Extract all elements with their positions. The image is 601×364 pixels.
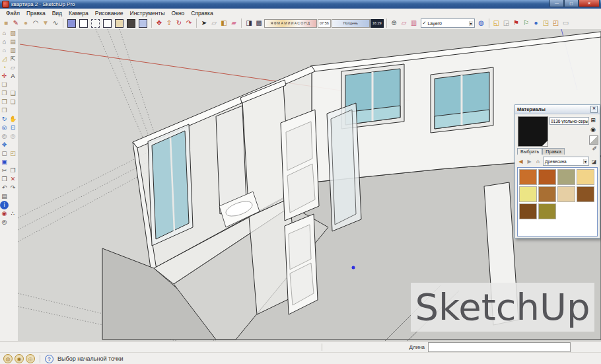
- share-model-button-icon[interactable]: ◲: [502, 18, 511, 28]
- textured-mode-icon[interactable]: [127, 19, 135, 28]
- arc-tool-icon[interactable]: ◠: [31, 18, 40, 28]
- material-swatch-3[interactable]: [577, 169, 594, 185]
- section-plane-icon[interactable]: ▱: [9, 63, 17, 72]
- open-file-icon[interactable]: ◰: [9, 149, 17, 158]
- group-swap-icon[interactable]: ❏: [9, 98, 17, 106]
- zoom-extents-icon[interactable]: ✥: [0, 141, 9, 149]
- dimension-tool-icon[interactable]: ⇱: [9, 55, 17, 63]
- materials-panel-titlebar[interactable]: Материалы ✕: [515, 105, 600, 114]
- menu-item-Правка[interactable]: Правка: [23, 10, 49, 17]
- select-tool-icon[interactable]: ➤: [199, 18, 209, 28]
- eyedropper-icon[interactable]: ✐: [592, 145, 597, 152]
- add-location-button-icon[interactable]: ⚐: [522, 18, 531, 28]
- dashed-wireframe-mode-icon[interactable]: [91, 19, 100, 28]
- material-swatch-6[interactable]: [557, 186, 575, 202]
- close-button[interactable]: ✕: [579, 0, 600, 7]
- length-input[interactable]: [428, 342, 571, 352]
- axes-tool-icon[interactable]: ✛: [0, 72, 9, 81]
- menu-item-Окно[interactable]: Окно: [168, 10, 188, 17]
- detail-arrow-icon[interactable]: ◪: [590, 158, 598, 165]
- move-tool-icon[interactable]: ✥: [155, 18, 164, 28]
- place-model-button-icon[interactable]: ▭: [561, 18, 571, 28]
- hidden-line-mode-icon[interactable]: [103, 19, 112, 28]
- orbit-tool-icon[interactable]: ↻: [0, 115, 9, 124]
- monochrome-mode-icon[interactable]: [139, 19, 147, 28]
- zoom-previous-icon[interactable]: ◎: [0, 132, 9, 141]
- create-material-button[interactable]: ⊞: [589, 116, 597, 124]
- layer-dropdown[interactable]: ✓Layer0▾: [421, 18, 475, 28]
- material-category-dropdown[interactable]: Древесина ▾: [543, 157, 589, 166]
- zoom-tool-icon[interactable]: ◎: [0, 124, 9, 132]
- menu-item-Инструменты[interactable]: Инструменты: [127, 10, 168, 17]
- zoom-next-icon[interactable]: ◎: [9, 132, 17, 141]
- copy-icon[interactable]: ❐: [9, 166, 17, 175]
- shadow-date-slider[interactable]: ЯФМАМИИАСОНД: [264, 19, 317, 28]
- shadow-time-slider[interactable]: Полдень: [332, 19, 370, 28]
- pan-tool-icon[interactable]: ✋: [9, 115, 17, 124]
- material-swatch-9[interactable]: [538, 203, 556, 219]
- look-around-icon[interactable]: ◎: [0, 218, 9, 227]
- axes-tool-icon[interactable]: ⊕: [390, 18, 399, 28]
- box-open-icon[interactable]: ▥: [9, 46, 17, 55]
- position-camera-icon[interactable]: ◉: [0, 209, 9, 218]
- credit-status-icon[interactable]: ◉: [15, 354, 24, 363]
- layer-manager-button-icon[interactable]: ◍: [477, 18, 486, 28]
- freehand-tool-icon[interactable]: ∿: [51, 18, 60, 28]
- photo-textures-button-icon[interactable]: ⚑: [512, 18, 521, 28]
- new-file-icon[interactable]: ▢: [0, 149, 9, 158]
- tab-edit[interactable]: Правка: [542, 148, 565, 155]
- material-swatch-4[interactable]: [519, 186, 537, 202]
- circle-tool-icon[interactable]: ●: [21, 18, 30, 28]
- make-component-tool-icon[interactable]: ▱: [209, 18, 219, 28]
- shadow-dialog-button-icon[interactable]: ◨: [244, 18, 254, 28]
- section-plane-tool-icon[interactable]: ▱: [400, 18, 409, 28]
- wireframe-mode-icon[interactable]: [79, 19, 88, 28]
- paste-icon[interactable]: ❒: [0, 175, 9, 184]
- box-stack-icon[interactable]: ▤: [9, 38, 17, 46]
- redo-icon[interactable]: ↷: [9, 184, 17, 192]
- google-earth-button-icon[interactable]: ●: [532, 18, 541, 28]
- walk-tool-icon[interactable]: ∴: [9, 209, 17, 218]
- paint-bucket-tool-icon[interactable]: ◧: [219, 18, 229, 28]
- materials-close-icon[interactable]: ✕: [590, 106, 598, 113]
- shaded-mode-icon[interactable]: [115, 19, 124, 28]
- save-file-icon[interactable]: ▣: [0, 158, 9, 166]
- menu-item-Файл[interactable]: Файл: [3, 10, 23, 17]
- material-swatch-0[interactable]: [519, 169, 537, 185]
- material-swatch-1[interactable]: [538, 169, 556, 185]
- xray-mode-icon[interactable]: [67, 19, 76, 28]
- material-swatch-8[interactable]: [519, 203, 537, 219]
- menu-item-Рисование[interactable]: Рисование: [92, 10, 127, 17]
- shadow-toggle-button-icon[interactable]: ▩: [254, 18, 264, 28]
- get-current-view-button-icon[interactable]: ◳: [542, 18, 551, 28]
- signin-status-icon[interactable]: ◎: [26, 354, 35, 363]
- line-tool-icon[interactable]: ✎: [11, 18, 20, 28]
- geolocation-status-icon[interactable]: ◍: [3, 354, 13, 363]
- back-arrow-icon[interactable]: ◀: [517, 158, 524, 165]
- material-swatch-7[interactable]: [577, 186, 594, 202]
- eraser-tool-icon[interactable]: ▰: [229, 18, 238, 28]
- menu-item-Справка[interactable]: Справка: [188, 10, 216, 17]
- section-cut-toggle-icon[interactable]: ▥: [409, 18, 419, 28]
- make-component-icon[interactable]: ⌂: [0, 29, 9, 38]
- default-material-swatch[interactable]: [589, 135, 598, 145]
- print-icon[interactable]: ▤: [0, 192, 9, 201]
- rectangle-tool-icon[interactable]: ■: [1, 18, 11, 28]
- menu-item-Камера[interactable]: Камера: [65, 10, 92, 17]
- text-tool-icon[interactable]: A: [9, 72, 17, 81]
- component-edit-icon[interactable]: ❐: [0, 89, 9, 98]
- stack-tool-icon[interactable]: ❐: [0, 106, 9, 115]
- material-swatch-2[interactable]: [557, 169, 575, 185]
- menu-item-Вид[interactable]: Вид: [49, 10, 65, 17]
- material-name-field[interactable]: [549, 117, 589, 125]
- paint-swirl-icon[interactable]: ◉: [589, 126, 597, 133]
- push-pull-tool-icon[interactable]: ⇧: [164, 18, 174, 28]
- house-outline-icon[interactable]: ⌂: [0, 46, 9, 55]
- cut-icon[interactable]: ✂: [0, 166, 9, 175]
- group-edit-icon[interactable]: ❒: [0, 98, 9, 106]
- protractor-tool-icon[interactable]: ◔: [0, 63, 9, 72]
- zoom-window-tool-icon[interactable]: ⊡: [9, 124, 17, 132]
- rotate-tool-icon[interactable]: ↻: [174, 18, 184, 28]
- model-info-icon[interactable]: i: [0, 201, 9, 209]
- forward-arrow-icon[interactable]: ▶: [526, 158, 533, 165]
